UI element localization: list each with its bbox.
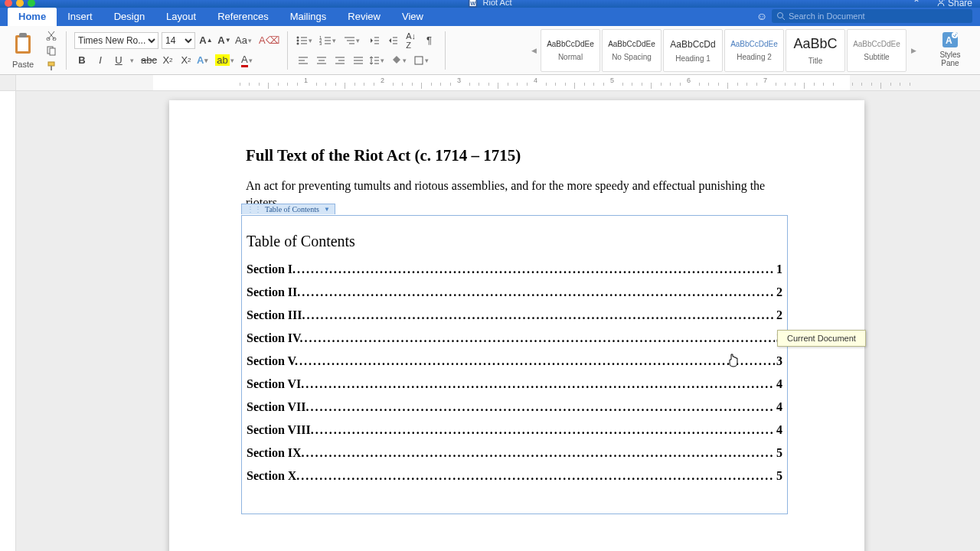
svg-rect-15: [51, 66, 52, 70]
style-heading-1[interactable]: AaBbCcDdHeading 1: [663, 29, 723, 72]
feedback-icon[interactable]: ☺: [756, 10, 767, 22]
align-left-button[interactable]: [296, 52, 311, 69]
highlight-button[interactable]: ab▾: [215, 52, 237, 69]
paragraph-group: ▾ 123▾ ▾ A↓Z ¶ ▾ ▾ ▾: [291, 28, 442, 73]
tab-design[interactable]: Design: [103, 8, 155, 26]
svg-point-16: [296, 36, 299, 38]
ribbon-tabs: Home Insert Design Layout References Mai…: [0, 8, 980, 26]
window-minimize-button[interactable]: [16, 0, 24, 7]
grow-font-button[interactable]: A▲: [198, 32, 214, 49]
style-heading-2[interactable]: AaBbCcDdEeHeading 2: [724, 29, 784, 72]
toc-entry-page: 4: [776, 423, 782, 437]
svg-text:W: W: [471, 1, 476, 6]
line-spacing-button[interactable]: ▾: [369, 52, 388, 69]
styles-pane-button[interactable]: A Styles Pane: [931, 31, 969, 67]
text-effects-button[interactable]: A▾: [197, 52, 212, 69]
search-box[interactable]: Search in Document: [772, 9, 972, 23]
toc-entry[interactable]: Section VI. ............................…: [247, 377, 782, 391]
styles-next-button[interactable]: ▶: [908, 30, 919, 71]
tab-layout[interactable]: Layout: [155, 8, 207, 26]
svg-text:3: 3: [319, 41, 322, 46]
toc-entry[interactable]: Section X. .............................…: [247, 469, 782, 483]
toc-entry[interactable]: Section II. ............................…: [247, 285, 782, 299]
toc-entry[interactable]: Section V. .............................…: [247, 354, 782, 368]
numbering-button[interactable]: 123▾: [319, 32, 340, 49]
svg-rect-52: [415, 57, 423, 64]
font-color-button[interactable]: A▾: [241, 52, 256, 69]
tooltip-current-document: Current Document: [777, 330, 866, 347]
align-right-button[interactable]: [332, 52, 348, 69]
toc-field-tab[interactable]: ⋮⋮ Table of Contents ▼: [241, 204, 335, 214]
toc-leader-dots: ........................................…: [306, 446, 775, 460]
strikethrough-button[interactable]: abc: [141, 52, 157, 69]
window-title: W Riot Act: [469, 0, 512, 8]
tab-review[interactable]: Review: [337, 8, 391, 26]
toc-entry[interactable]: Section VII. ...........................…: [247, 400, 782, 414]
document-canvas[interactable]: Full Text of the Riot Act (c. 1714 – 171…: [16, 91, 980, 551]
underline-button[interactable]: U: [111, 52, 126, 69]
svg-rect-14: [48, 62, 54, 66]
toc-entry-page: 1: [776, 262, 782, 276]
style-title[interactable]: AaBbCTitle: [786, 29, 845, 72]
tab-home[interactable]: Home: [8, 8, 57, 26]
toc-entry-label: Section IV.: [247, 331, 303, 345]
toc-entry[interactable]: Section I. .............................…: [247, 262, 782, 276]
window-maximize-button[interactable]: [28, 0, 35, 7]
tab-references[interactable]: References: [207, 8, 279, 26]
window-close-button[interactable]: [5, 0, 12, 7]
toc-leader-dots: ........................................…: [301, 469, 775, 483]
window-titlebar: W Riot Act ⌃ + Share: [0, 0, 980, 8]
shading-button[interactable]: ▾: [391, 52, 410, 69]
tab-insert[interactable]: Insert: [57, 8, 103, 26]
toc-entry[interactable]: Section III. ...........................…: [247, 308, 782, 322]
bold-button[interactable]: B: [74, 52, 90, 69]
svg-point-55: [952, 32, 958, 38]
multilevel-list-button[interactable]: ▾: [343, 32, 364, 49]
font-size-select[interactable]: 14: [162, 32, 195, 49]
toc-entry-label: Section IX.: [247, 446, 305, 460]
toc-entry-label: Section VII.: [247, 400, 309, 414]
styles-prev-button[interactable]: ◀: [528, 30, 539, 71]
toc-field-box[interactable]: Table of Contents Section I. ...........…: [241, 215, 788, 514]
cut-button[interactable]: [44, 29, 58, 41]
paste-button[interactable]: Paste: [5, 32, 41, 69]
borders-button[interactable]: ▾: [413, 52, 433, 69]
tab-view[interactable]: View: [391, 8, 434, 26]
decrease-indent-button[interactable]: [367, 32, 382, 49]
justify-button[interactable]: [351, 52, 366, 69]
clear-format-button[interactable]: A⌫: [259, 32, 279, 49]
style-normal[interactable]: AaBbCcDdEeNormal: [541, 29, 600, 72]
svg-point-20: [296, 42, 299, 44]
copy-button[interactable]: [44, 44, 58, 57]
svg-rect-9: [19, 33, 27, 37]
vertical-ruler[interactable]: [0, 91, 16, 551]
font-name-select[interactable]: Times New Ro...: [74, 32, 158, 49]
format-painter-button[interactable]: [44, 60, 58, 72]
toc-entry-page: 3: [776, 354, 782, 368]
svg-text:A: A: [946, 35, 952, 46]
style-no-spacing[interactable]: AaBbCcDdEeNo Spacing: [602, 29, 662, 72]
svg-point-5: [778, 13, 783, 18]
sort-button[interactable]: A↓Z: [403, 32, 419, 49]
subscript-button[interactable]: X2: [160, 52, 175, 69]
toc-leader-dots: ........................................…: [315, 423, 775, 437]
tab-mailings[interactable]: Mailings: [279, 8, 338, 26]
show-marks-button[interactable]: ¶: [422, 32, 437, 49]
toc-entry[interactable]: Section IX. ............................…: [247, 446, 782, 460]
shrink-font-button[interactable]: A▼: [217, 32, 232, 49]
italic-button[interactable]: I: [93, 52, 108, 69]
style-subtitle[interactable]: AaBbCcDdEeSubtitle: [847, 29, 906, 72]
toc-entry-page: 5: [776, 446, 782, 460]
increase-indent-button[interactable]: [385, 32, 400, 49]
toc-entry[interactable]: Section VIII. ..........................…: [247, 423, 782, 437]
change-case-button[interactable]: Aa▾: [235, 32, 256, 49]
toc-entry[interactable]: Section IV. ............................…: [247, 331, 782, 345]
superscript-button[interactable]: X2: [178, 52, 194, 69]
bullets-button[interactable]: ▾: [296, 32, 316, 49]
toc-heading[interactable]: Table of Contents: [247, 233, 782, 250]
horizontal-ruler[interactable]: 1234567: [0, 75, 980, 91]
document-page: Full Text of the Riot Act (c. 1714 – 171…: [169, 100, 864, 551]
toc-entry-label: Section I.: [247, 262, 296, 276]
document-title[interactable]: Full Text of the Riot Act (c. 1714 – 171…: [246, 146, 788, 165]
align-center-button[interactable]: [314, 52, 329, 69]
